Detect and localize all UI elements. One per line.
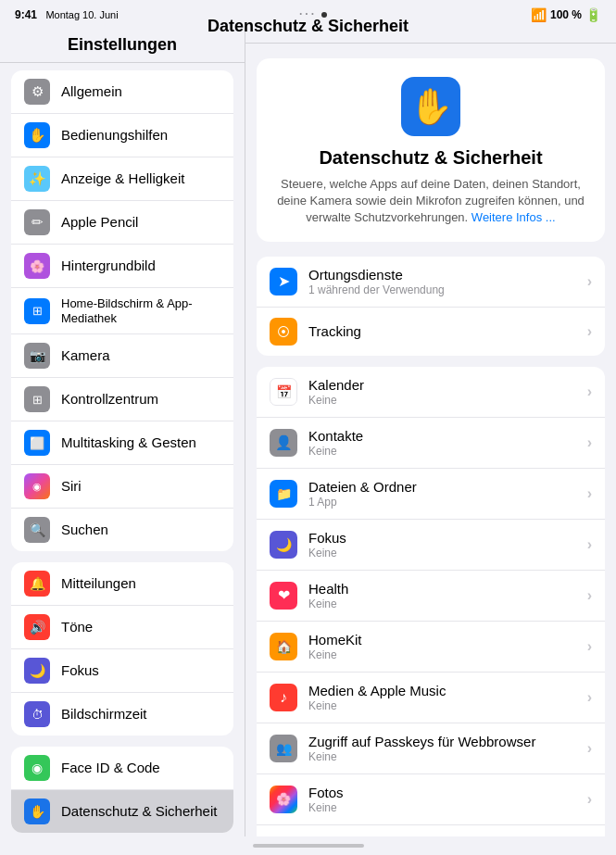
settings-row-kalender[interactable]: 📅 Kalender Keine › bbox=[257, 367, 605, 418]
sidebar-item-label: Hintergrundbild bbox=[61, 258, 156, 274]
display-icon: ✨ bbox=[24, 166, 50, 192]
focus2-icon: 🌙 bbox=[270, 531, 297, 559]
sidebar-item-label: Siri bbox=[61, 478, 82, 495]
sidebar-item-label: Face ID & Code bbox=[61, 760, 160, 776]
sidebar-item-siri[interactable]: ◉ Siri bbox=[11, 465, 233, 509]
settings-row-title: Zugriff auf Passkeys für Webbrowser bbox=[308, 734, 576, 749]
settings-row-dateien[interactable]: 📁 Dateien & Ordner 1 App › bbox=[257, 469, 605, 520]
settings-row-tracking[interactable]: ⦿ Tracking › bbox=[257, 308, 605, 356]
settings-row-content: Medien & Apple Music Keine bbox=[308, 683, 576, 712]
detail-panel: Datenschutz & Sicherheit ··· ✋ Datenschu… bbox=[245, 26, 616, 836]
settings-row-subtitle: Keine bbox=[308, 597, 576, 610]
settings-row-content: HomeKit Keine bbox=[308, 632, 576, 661]
pencil-icon: ✏ bbox=[24, 209, 50, 235]
sidebar-item-homebildschirm[interactable]: ⊞ Home-Bildschirm & App-Mediathek bbox=[11, 288, 233, 334]
multitasking-icon: ⬜ bbox=[24, 430, 50, 456]
faceid-icon: ◉ bbox=[24, 755, 50, 781]
sidebar-item-datenschutz[interactable]: ✋ Datenschutz & Sicherheit bbox=[11, 790, 233, 833]
sidebar-item-label: Allgemein bbox=[61, 83, 122, 100]
settings-row-fotos[interactable]: 🌸 Fotos Keine › bbox=[257, 774, 605, 825]
chevron-icon: › bbox=[587, 638, 592, 655]
notifications-icon: 🔔 bbox=[24, 571, 50, 597]
status-right: 📶 100 % 🔋 bbox=[531, 7, 601, 22]
settings-row-content: Kalender Keine bbox=[308, 377, 576, 407]
settings-row-erinnerungen[interactable]: ☑ Erinnerungen Keine › bbox=[257, 825, 605, 836]
sidebar-item-fokus[interactable]: 🌙 Fokus bbox=[11, 649, 233, 693]
sidebar-item-anzeige[interactable]: ✨ Anzeige & Helligkeit bbox=[11, 157, 233, 201]
homescreen-icon: ⊞ bbox=[24, 298, 50, 324]
sidebar-item-kontrollzentrum[interactable]: ⊞ Kontrollzentrum bbox=[11, 378, 233, 421]
settings-row-subtitle: Keine bbox=[308, 394, 576, 407]
settings-row-subtitle: Keine bbox=[308, 750, 576, 763]
settings-row-health[interactable]: ❤ Health Keine › bbox=[257, 571, 605, 622]
settings-row-subtitle: 1 App bbox=[308, 496, 576, 509]
sidebar-scroll[interactable]: ⚙ Allgemein ✋ Bedienungshilfen ✨ Anzeige… bbox=[0, 63, 245, 836]
chevron-icon: › bbox=[587, 791, 592, 808]
settings-row-medien[interactable]: ♪ Medien & Apple Music Keine › bbox=[257, 673, 605, 723]
chevron-icon: › bbox=[587, 383, 592, 400]
controlcenter-icon: ⊞ bbox=[24, 386, 50, 412]
sidebar-item-mitteilungen[interactable]: 🔔 Mitteilungen bbox=[11, 562, 233, 606]
sidebar-item-faceid[interactable]: ◉ Face ID & Code bbox=[11, 747, 233, 790]
sidebar-item-allgemein[interactable]: ⚙ Allgemein bbox=[11, 70, 233, 114]
chevron-icon: › bbox=[587, 536, 592, 553]
detail-header: Datenschutz & Sicherheit ··· bbox=[245, 26, 616, 44]
privacy-icon: ✋ bbox=[24, 798, 50, 824]
settings-row-content: Zugriff auf Passkeys für Webbrowser Kein… bbox=[308, 734, 576, 763]
settings-row-title: Ortungsdienste bbox=[308, 267, 576, 283]
sidebar-item-toene[interactable]: 🔊 Töne bbox=[11, 606, 233, 649]
sidebar-group-2: 🔔 Mitteilungen 🔊 Töne 🌙 Fokus ⏱ Bildschi… bbox=[11, 562, 233, 736]
settings-row-title: HomeKit bbox=[308, 632, 576, 648]
settings-row-fokus[interactable]: 🌙 Fokus Keine › bbox=[257, 520, 605, 571]
sidebar-item-bildschirmzeit[interactable]: ⏱ Bildschirmzeit bbox=[11, 693, 233, 736]
chevron-icon: › bbox=[587, 587, 592, 604]
settings-row-title: Fotos bbox=[308, 785, 576, 800]
settings-row-subtitle: Keine bbox=[308, 699, 576, 712]
home-indicator bbox=[0, 836, 616, 855]
settings-row-content: Tracking bbox=[308, 323, 576, 339]
calendar-icon: 📅 bbox=[270, 378, 297, 406]
settings-row-content: Dateien & Ordner 1 App bbox=[308, 479, 576, 509]
sidebar-item-bedienungshilfen[interactable]: ✋ Bedienungshilfen bbox=[11, 114, 233, 157]
sidebar-item-suchen[interactable]: 🔍 Suchen bbox=[11, 509, 233, 551]
sidebar-group-3: ◉ Face ID & Code ✋ Datenschutz & Sicherh… bbox=[11, 747, 233, 833]
sidebar-item-label: Datenschutz & Sicherheit bbox=[61, 803, 217, 820]
battery-text: 100 % bbox=[550, 8, 582, 21]
settings-row-title: Fokus bbox=[308, 530, 576, 546]
search-icon: 🔍 bbox=[24, 517, 50, 543]
settings-row-title: Tracking bbox=[308, 323, 576, 339]
gear-icon: ⚙ bbox=[24, 79, 50, 105]
wifi-icon: 📶 bbox=[531, 7, 547, 22]
tracking-icon: ⦿ bbox=[270, 318, 297, 346]
chevron-icon: › bbox=[587, 485, 592, 502]
sidebar-item-label: Multitasking & Gesten bbox=[61, 434, 196, 451]
settings-row-passkeys[interactable]: 👥 Zugriff auf Passkeys für Webbrowser Ke… bbox=[257, 723, 605, 774]
sidebar-item-multitasking[interactable]: ⬜ Multitasking & Gesten bbox=[11, 421, 233, 465]
chevron-icon: › bbox=[587, 740, 592, 757]
screentime-icon: ⏱ bbox=[24, 701, 50, 727]
settings-row-homekit[interactable]: 🏠 HomeKit Keine › bbox=[257, 622, 605, 673]
sidebar-item-label: Kamera bbox=[61, 347, 110, 364]
homekit-icon: 🏠 bbox=[270, 633, 297, 660]
sidebar-item-applepencil[interactable]: ✏ Apple Pencil bbox=[11, 201, 233, 245]
detail-scroll[interactable]: ✋ Datenschutz & Sicherheit Steuere, welc… bbox=[245, 44, 616, 836]
chevron-icon: › bbox=[587, 273, 592, 290]
settings-row-title: Health bbox=[308, 581, 576, 597]
hero-description: Steuere, welche Apps auf deine Daten, de… bbox=[271, 176, 590, 227]
sidebar-item-label: Suchen bbox=[61, 522, 108, 538]
settings-row-ortungsdienste[interactable]: ➤ Ortungsdienste 1 während der Verwendun… bbox=[257, 257, 605, 308]
sidebar-item-hintergrundbild[interactable]: 🌸 Hintergrundbild bbox=[11, 245, 233, 288]
hero-link[interactable]: Weitere Infos ... bbox=[471, 210, 556, 224]
sidebar-item-kamera[interactable]: 📷 Kamera bbox=[11, 334, 233, 378]
chevron-icon: › bbox=[587, 434, 592, 451]
settings-group-apps: 📅 Kalender Keine › 👤 Kontakte Keine bbox=[257, 367, 605, 836]
sidebar-group-1: ⚙ Allgemein ✋ Bedienungshilfen ✨ Anzeige… bbox=[11, 70, 233, 551]
detail-title: Datenschutz & Sicherheit bbox=[245, 26, 409, 36]
chevron-icon: › bbox=[587, 689, 592, 706]
settings-row-kontakte[interactable]: 👤 Kontakte Keine › bbox=[257, 418, 605, 469]
sidebar-item-label: Home-Bildschirm & App-Mediathek bbox=[61, 296, 220, 325]
main-content: Einstellungen ⚙ Allgemein ✋ Bedienungshi… bbox=[0, 26, 616, 836]
sidebar-item-label: Mitteilungen bbox=[61, 575, 136, 592]
accessibility-icon: ✋ bbox=[24, 122, 50, 148]
settings-row-content: Health Keine bbox=[308, 581, 576, 610]
